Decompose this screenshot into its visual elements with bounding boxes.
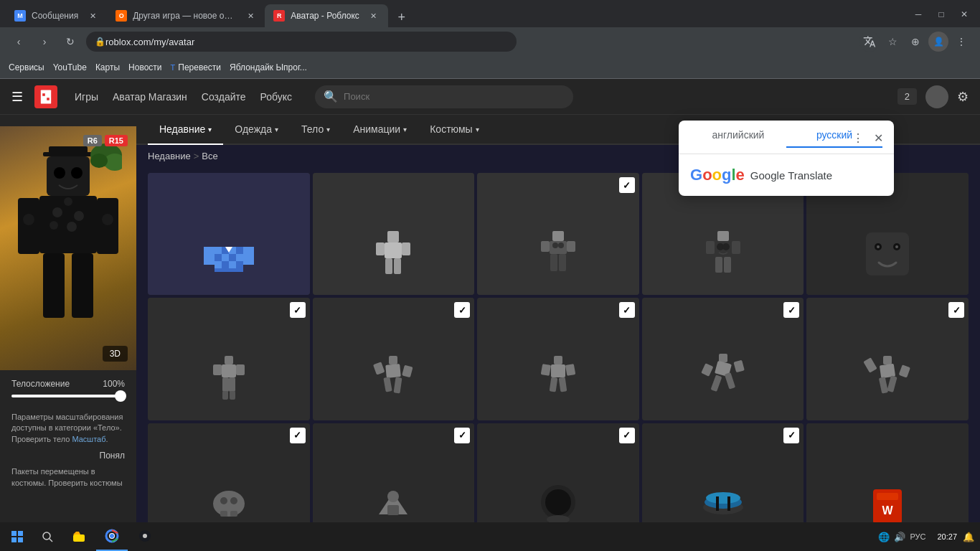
notification-bell-icon[interactable]: 🔔 (963, 532, 974, 542)
item-check-8 (783, 302, 799, 318)
bookmark-star-icon[interactable]: ☆ (882, 32, 903, 52)
item-card-0[interactable]: ROBLOX Boy Торс (148, 173, 310, 295)
tab-1-close[interactable]: ✕ (87, 10, 98, 22)
nav-games[interactable]: Игры (75, 91, 98, 103)
bookmark-services[interactable]: Сервисы (9, 62, 44, 72)
tab-clothing-arrow: ▾ (275, 126, 278, 133)
taskbar-search-button[interactable] (34, 522, 60, 551)
tab-1[interactable]: М Сообщения ✕ (6, 4, 107, 27)
bookmark-maps[interactable]: Карты (95, 62, 120, 72)
tab-3[interactable]: R Аватар - Роблокс ✕ (265, 4, 388, 27)
taskbar-app-steam[interactable] (129, 522, 161, 551)
bookmark-youtube[interactable]: YouTube (53, 62, 87, 72)
new-tab-button[interactable]: + (391, 7, 413, 27)
close-button[interactable]: ✕ (954, 4, 974, 24)
breadcrumb-current: Все (202, 151, 217, 161)
item-card-5[interactable]: Rthro Idle (148, 298, 310, 420)
svg-rect-8 (47, 156, 90, 196)
notice-link-1[interactable]: Масштаб (72, 435, 105, 443)
tab-2[interactable]: О Другая игра — новое объявле... ✕ (107, 4, 265, 27)
tab-2-title: Другая игра — новое объявле... (133, 11, 236, 21)
profile-icon[interactable]: 👤 (928, 32, 948, 52)
nav-create[interactable]: Создайте (202, 91, 246, 103)
svg-rect-52 (559, 254, 566, 271)
hamburger-menu-icon[interactable]: ☰ (11, 89, 23, 105)
reload-button[interactable]: ↻ (60, 32, 80, 52)
item-card-6[interactable]: Rthro Run (313, 298, 475, 420)
svg-rect-51 (550, 254, 557, 271)
svg-point-19 (23, 214, 34, 225)
svg-point-48 (558, 242, 564, 248)
svg-point-64 (877, 245, 880, 248)
svg-rect-61 (866, 232, 909, 276)
translate-icon[interactable] (859, 32, 880, 52)
item-card-7[interactable]: Rthro Walk (477, 298, 639, 420)
taskbar-app-chrome[interactable] (96, 522, 128, 551)
svg-rect-116 (11, 531, 17, 536)
url-bar[interactable]: 🔒 roblox.com/my/avatar (86, 32, 517, 52)
body-scale-slider[interactable] (11, 395, 125, 397)
nav-avatar-shop[interactable]: Аватар Магазин (113, 91, 187, 103)
item-card-1[interactable]: ROBLOX Boy (313, 173, 475, 295)
svg-rect-31 (236, 254, 243, 261)
svg-rect-30 (229, 254, 236, 261)
browser-frame: М Сообщения ✕ О Другая игра — новое объя… (0, 0, 980, 551)
search-input[interactable] (344, 91, 565, 102)
start-button[interactable] (0, 522, 34, 551)
item-card-9[interactable]: Rthro Climb (806, 298, 969, 420)
tab-costumes[interactable]: Костюмы ▾ (418, 115, 490, 145)
avatar-3d-button[interactable]: 3D (103, 346, 128, 362)
svg-rect-29 (222, 254, 229, 261)
item-thumb-5 (148, 298, 310, 420)
svg-rect-94 (863, 357, 877, 373)
r6-badge[interactable]: R6 (83, 135, 102, 146)
tab-3-close[interactable]: ✕ (368, 10, 380, 22)
got-it-button[interactable]: Понял (0, 451, 136, 461)
minimize-button[interactable]: ─ (908, 4, 928, 24)
svg-rect-21 (43, 253, 65, 318)
bookmark-other[interactable]: Яблондайк Ыпрог... (230, 62, 307, 72)
svg-rect-112 (727, 496, 730, 511)
nav-robux[interactable]: Робукс (260, 91, 293, 103)
svg-rect-78 (384, 377, 392, 392)
svg-rect-45 (552, 231, 564, 241)
svg-point-106 (545, 489, 571, 515)
svg-point-15 (50, 221, 58, 230)
r15-badge[interactable]: R15 (105, 135, 128, 146)
translate-lang-english[interactable]: английский (690, 129, 786, 148)
forward-button[interactable]: › (34, 32, 55, 52)
scale-thumb[interactable] (115, 390, 126, 402)
r6-r15-badge: R6 R15 (83, 135, 128, 146)
roblox-logo[interactable] (34, 85, 57, 108)
svg-rect-71 (229, 377, 235, 392)
svg-rect-81 (551, 364, 565, 377)
translate-more-button[interactable]: ⋮ (848, 128, 868, 148)
tab-recent[interactable]: Недавние ▾ (148, 115, 223, 145)
menu-icon[interactable]: ⋮ (951, 32, 971, 52)
item-svg-3 (694, 225, 752, 283)
tab-clothing[interactable]: Одежда ▾ (223, 115, 290, 145)
tab-2-close[interactable]: ✕ (245, 10, 256, 22)
back-button[interactable]: ‹ (9, 32, 29, 52)
svg-rect-117 (18, 531, 23, 536)
tab-animations[interactable]: Анимации ▾ (341, 115, 418, 145)
item-card-8[interactable]: Rthro Fall (642, 298, 804, 420)
tab-1-title: Сообщения (32, 11, 78, 21)
extension-icon[interactable]: ⊕ (905, 32, 925, 52)
svg-point-47 (552, 242, 558, 248)
nav-avatar-icon[interactable] (925, 85, 948, 108)
breadcrumb-parent[interactable]: Недавние (148, 151, 191, 161)
svg-rect-50 (567, 241, 575, 252)
tab-body[interactable]: Тело ▾ (290, 115, 341, 145)
bookmark-translate[interactable]: T Перевести (171, 62, 222, 72)
item-thumb-7 (477, 298, 639, 420)
taskbar-app-explorer[interactable] (63, 522, 95, 551)
settings-icon[interactable]: ⚙ (957, 89, 969, 105)
maximize-button[interactable]: □ (931, 4, 951, 24)
item-card-2[interactable]: Штаны с черепом (477, 173, 639, 295)
breadcrumb-separator: > (194, 151, 199, 161)
bookmark-news[interactable]: Новости (128, 62, 161, 72)
roblox-search-bar[interactable]: 🔍 (315, 85, 573, 108)
svg-rect-89 (733, 360, 744, 373)
translate-close-button[interactable]: ✕ (868, 128, 888, 148)
